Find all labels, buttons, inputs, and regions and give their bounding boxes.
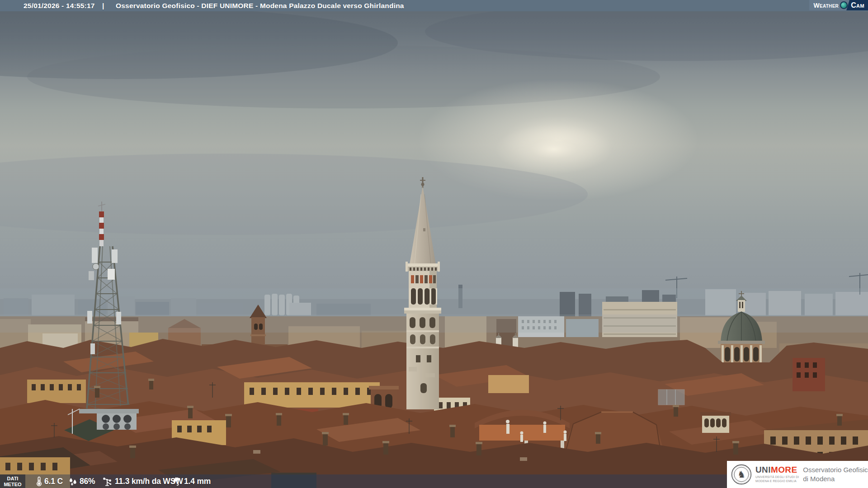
unimore-more: MORE bbox=[771, 465, 797, 474]
humidity-reading: 86% bbox=[68, 474, 95, 488]
wind-icon bbox=[103, 477, 113, 486]
dati-meteo-label: DATI METEO bbox=[0, 474, 25, 488]
header-bar: 25/01/2026 - 14:55:17 | Osservatorio Geo… bbox=[0, 0, 868, 11]
svg-text:♞: ♞ bbox=[737, 469, 745, 480]
webcam-frame: 25/01/2026 - 14:55:17 | Osservatorio Geo… bbox=[0, 0, 868, 488]
thermometer-icon bbox=[36, 476, 42, 486]
modena-cityscape-photo bbox=[0, 0, 868, 488]
unimore-branding-box: ♞ UNIMORE UNIVERSITÀ DEGLI STUDI DI MODE… bbox=[727, 461, 868, 488]
wind-reading: 11.3 km/h da WSW bbox=[103, 474, 183, 488]
timestamp: 25/01/2026 - 14:55:17 bbox=[24, 0, 95, 11]
globe-icon bbox=[840, 1, 848, 9]
university-name-line2: MODENA E REGGIO EMILIA bbox=[755, 479, 799, 483]
unimore-uni: UNI bbox=[755, 465, 771, 474]
weathercam-word-cam: Cam bbox=[851, 1, 864, 9]
temperature-reading: 6.1 C bbox=[36, 474, 63, 488]
unimore-wordmark: UNIMORE UNIVERSITÀ DEGLI STUDI DI MODENA… bbox=[755, 465, 799, 483]
observatory-name: Osservatorio Geofisico di Modena bbox=[803, 465, 868, 484]
unimore-seal-icon: ♞ bbox=[731, 464, 752, 485]
humidity-value: 86% bbox=[80, 477, 95, 486]
weathercam-logo-right: Cam bbox=[846, 0, 868, 10]
weathercam-word-weather: Weather bbox=[813, 2, 839, 9]
weathercam-logo-left: Weather bbox=[809, 0, 849, 10]
precipitation-reading: 1.4 mm bbox=[172, 474, 211, 488]
university-name-line1: UNIVERSITÀ DEGLI STUDI DI bbox=[755, 475, 799, 479]
weathercam-logo: Weather Cam bbox=[809, 0, 868, 10]
header-separator: | bbox=[102, 0, 104, 11]
rain-umbrella-icon bbox=[172, 477, 182, 486]
temperature-value: 6.1 C bbox=[44, 477, 63, 486]
precipitation-value: 1.4 mm bbox=[184, 477, 211, 486]
page-title: Osservatorio Geofisico - DIEF UNIMORE - … bbox=[116, 0, 404, 11]
humidity-icon bbox=[68, 477, 77, 486]
